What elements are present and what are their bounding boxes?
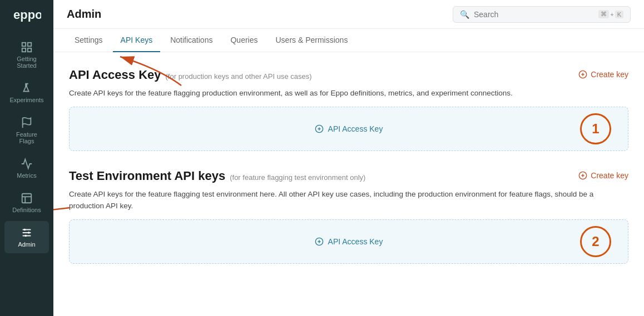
create-key-button-1[interactable]: Create key (578, 70, 628, 79)
section-title-api: API Access Key (69, 68, 161, 82)
tab-notifications[interactable]: Notifications (162, 29, 220, 52)
sidebar-item-admin-label: Admin (18, 241, 35, 248)
svg-text:eppo: eppo (13, 8, 41, 22)
plus-circle-icon-2 (578, 171, 587, 180)
plus-circle-icon-card-2 (315, 237, 324, 246)
api-access-section: API Access Key (for production keys and … (69, 68, 628, 151)
svg-rect-3 (22, 48, 26, 52)
tab-queries[interactable]: Queries (222, 29, 265, 52)
section-subtitle-test: (for feature flagging test environment o… (230, 173, 365, 182)
section-desc-api: Create API keys for the feature flagging… (69, 88, 628, 99)
api-card-2: API Access Key 2 (69, 219, 628, 264)
sliders-icon (21, 227, 33, 239)
create-key-label-2: Create key (591, 171, 628, 180)
svg-rect-2 (28, 43, 31, 46)
sidebar-item-admin[interactable]: Admin (4, 221, 49, 253)
k-key: K (615, 11, 623, 18)
create-key-button-2[interactable]: Create key (578, 171, 628, 180)
sidebar: eppo Getting Started Experiments Feature… (0, 0, 53, 316)
badge-number-1: 1 (592, 121, 599, 137)
tab-settings[interactable]: Settings (67, 29, 111, 52)
section-title-group-test: Test Environment API keys (for feature f… (69, 169, 365, 183)
svg-rect-6 (22, 194, 32, 203)
add-api-key-button-2[interactable]: API Access Key (315, 237, 383, 246)
section-subtitle-api: (for production keys and other API use c… (166, 72, 312, 81)
section-header-api: API Access Key (for production keys and … (69, 68, 628, 82)
page-title: Admin (67, 8, 101, 21)
api-card-label-1: API Access Key (328, 124, 383, 133)
search-input[interactable] (474, 10, 594, 19)
search-shortcut: ⌘ + K (598, 10, 623, 18)
eppo-logo: eppo (12, 7, 41, 24)
badge-2: 2 (580, 226, 611, 257)
plus-circle-icon-card-1 (315, 124, 324, 133)
page-header: Admin 🔍 ⌘ + K (53, 0, 644, 29)
section-header-test: Test Environment API keys (for feature f… (69, 169, 628, 183)
sidebar-item-definitions[interactable]: Definitions (4, 187, 49, 219)
plus-sign: + (610, 11, 613, 18)
svg-point-14 (24, 235, 27, 237)
test-env-section: Test Environment API keys (for feature f… (69, 169, 628, 264)
svg-rect-1 (22, 43, 26, 46)
sidebar-item-metrics-label: Metrics (17, 172, 36, 179)
flask-icon (21, 82, 33, 94)
badge-number-2: 2 (592, 234, 599, 249)
book-icon (21, 192, 33, 204)
section-title-group: API Access Key (for production keys and … (69, 68, 312, 82)
sidebar-item-metrics[interactable]: Metrics (4, 152, 49, 184)
sidebar-item-experiments-label: Experiments (9, 97, 43, 103)
svg-point-13 (28, 232, 30, 234)
chart-icon (21, 158, 33, 170)
main-content: Admin 🔍 ⌘ + K Settings API Keys Notifica… (53, 0, 644, 316)
sidebar-item-feature-flags-label: Feature Flags (9, 131, 44, 144)
tab-bar: Settings API Keys Notifications Queries … (53, 29, 644, 52)
tab-api-keys[interactable]: API Keys (113, 29, 161, 52)
sidebar-item-feature-flags[interactable]: Feature Flags (4, 111, 49, 150)
api-card-1: API Access Key 1 (69, 107, 628, 151)
section-title-test: Test Environment API keys (69, 169, 225, 183)
svg-rect-4 (28, 48, 31, 52)
cmd-key: ⌘ (598, 10, 609, 18)
badge-1: 1 (580, 113, 611, 144)
section-desc-test: Create API keys for the feature flagging… (69, 189, 628, 212)
add-api-key-button-1[interactable]: API Access Key (315, 124, 383, 133)
content-area: API Access Key (for production keys and … (53, 52, 644, 316)
svg-point-12 (24, 229, 26, 231)
api-card-label-2: API Access Key (328, 237, 383, 246)
flag-icon (21, 117, 33, 129)
search-bar[interactable]: 🔍 ⌘ + K (453, 6, 631, 23)
create-key-label-1: Create key (591, 70, 628, 79)
sidebar-item-definitions-label: Definitions (12, 207, 41, 213)
tab-users-permissions[interactable]: Users & Permissions (267, 29, 355, 52)
grid-icon (21, 41, 33, 53)
sidebar-item-getting-started-label: Getting Started (9, 56, 44, 69)
plus-circle-icon-1 (578, 70, 587, 79)
search-icon: 🔍 (460, 10, 469, 19)
sidebar-item-experiments[interactable]: Experiments (4, 77, 49, 109)
sidebar-item-getting-started[interactable]: Getting Started (4, 36, 49, 74)
